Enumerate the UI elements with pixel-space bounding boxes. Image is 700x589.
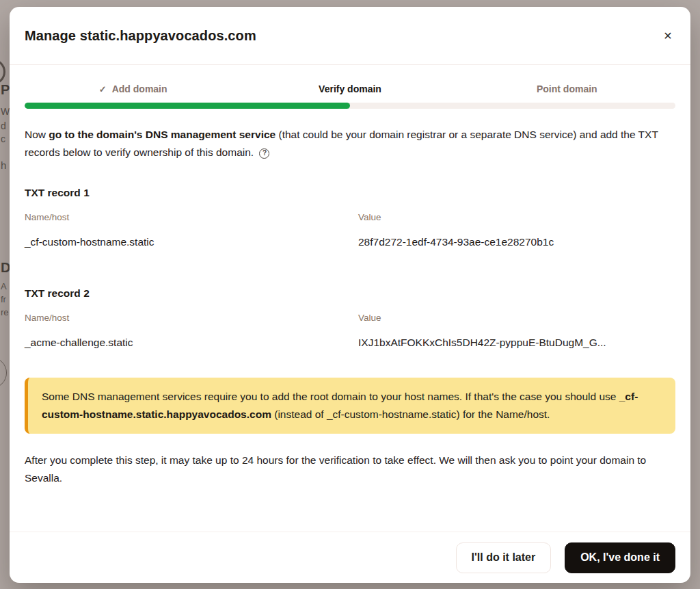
background-text-fragment: h [1, 160, 6, 170]
manage-domain-dialog: Manage static.happyavocados.com ✕ ✓ Add … [10, 7, 690, 583]
background-text-fragment: re [1, 308, 9, 317]
step-label: Point domain [537, 83, 597, 94]
background-text-fragment: W [1, 107, 10, 116]
txt-record-2-title: TXT record 2 [25, 287, 675, 300]
txt-record-1-name: _cf-custom-hostname.static [25, 236, 358, 248]
stepper: ✓ Add domain Verify domain Point domain [25, 83, 675, 94]
ok-done-button[interactable]: OK, I've done it [565, 542, 675, 573]
help-icon[interactable]: ? [259, 148, 269, 159]
dialog-title: Manage static.happyavocados.com [25, 28, 256, 44]
txt-record-2-section: TXT record 2 Name/host Value _acme-chall… [25, 287, 675, 349]
verification-note: After you complete this step, it may tak… [25, 451, 675, 487]
dialog-body: ✓ Add domain Verify domain Point domain … [10, 65, 690, 532]
dialog-footer: I'll do it later OK, I've done it [10, 532, 690, 583]
name-host-column-header: Name/host [25, 313, 358, 323]
do-it-later-button[interactable]: I'll do it later [456, 542, 552, 573]
callout-text-before: Some DNS management services require you… [42, 391, 619, 402]
background-text-fragment: P [1, 83, 10, 96]
background-text-fragment: c [1, 134, 5, 144]
txt-record-1-value: 28f7d272-1edf-4734-93ae-ce1e28270b1c [358, 236, 675, 248]
dialog-header: Manage static.happyavocados.com ✕ [10, 7, 690, 65]
instructions-text: Now go to the domain's DNS management se… [25, 126, 675, 161]
txt-record-1-table: Name/host Value _cf-custom-hostname.stat… [25, 199, 675, 248]
step-add-domain[interactable]: ✓ Add domain [25, 83, 241, 94]
value-column-header: Value [358, 212, 675, 222]
close-button[interactable]: ✕ [656, 24, 679, 47]
instructions-prefix: Now [25, 129, 49, 140]
txt-record-1-title: TXT record 1 [25, 187, 675, 199]
dns-warning-callout: Some DNS management services require you… [25, 378, 675, 434]
step-point-domain[interactable]: Point domain [459, 83, 675, 94]
name-host-column-header: Name/host [25, 212, 358, 222]
txt-record-1-section: TXT record 1 Name/host Value _cf-custom-… [25, 187, 675, 248]
step-verify-domain[interactable]: Verify domain [241, 83, 458, 94]
step-label: Add domain [112, 83, 167, 94]
value-column-header: Value [358, 313, 675, 323]
txt-record-2-value: IXJ1bxAtFOKKxChIs5DH42Z-pyppuE-BtuDugM_G… [358, 337, 675, 349]
check-icon: ✓ [99, 84, 107, 94]
txt-record-2-name: _acme-challenge.static [25, 337, 358, 349]
instructions-bold: go to the domain's DNS management servic… [49, 129, 275, 140]
background-text-fragment: fr [1, 295, 6, 304]
progress-fill [25, 103, 350, 109]
background-circle-fragment [0, 357, 7, 389]
step-label: Verify domain [319, 83, 381, 94]
background-text-fragment: d [1, 121, 6, 131]
close-icon: ✕ [663, 29, 672, 42]
txt-record-2-table: Name/host Value _acme-challenge.static I… [25, 300, 675, 349]
callout-text-after: (instead of _cf-custom-hostname.static) … [271, 408, 550, 420]
background-circle-fragment [0, 59, 5, 85]
background-text-fragment: A [1, 282, 7, 291]
progress-bar [25, 103, 675, 109]
